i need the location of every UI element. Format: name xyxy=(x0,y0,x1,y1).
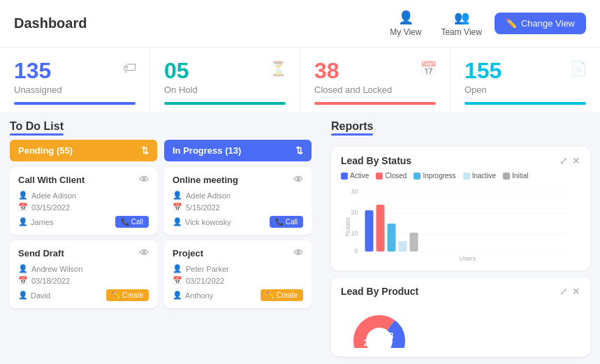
task-user: 👤 Adele Adison xyxy=(18,191,149,200)
inprogress-header: In Progress (13) ⇅ xyxy=(164,140,312,161)
legend-item-active: Active xyxy=(341,172,369,180)
user-icon: 👤 xyxy=(18,191,28,200)
chart-title: Lead By Status xyxy=(341,155,411,166)
svg-rect-12 xyxy=(399,241,407,252)
main-content: To Do List Pending (55) ⇅ Call With Clie… xyxy=(0,112,600,364)
calendar-icon: 📅 xyxy=(420,60,437,77)
change-view-button[interactable]: ✏️ Change View xyxy=(495,13,586,34)
stat-unassigned: 135 Unassigned 🏷 xyxy=(0,48,150,112)
stat-on-hold: 05 On Hold ⏳ xyxy=(150,48,300,112)
chart-legend: Active Closed Inprogress Inactive Initia… xyxy=(341,172,580,180)
task-assignee: 👤 Anthony xyxy=(173,291,213,300)
task-assignee: 👤 James xyxy=(18,217,53,226)
document-icon: 📄 xyxy=(570,60,587,77)
phone-icon: 📞 xyxy=(275,218,284,226)
header-actions: 👤 My View 👥 Team View ✏️ Change View xyxy=(383,7,586,40)
person-icon: 👤 xyxy=(398,10,414,25)
user-icon: 👤 xyxy=(173,191,182,200)
call-badge[interactable]: 📞 Call xyxy=(270,216,303,228)
task-card: Project 👁 👤 Peter Parker 📅 03/21/2022 👤 xyxy=(164,240,312,308)
my-view-button[interactable]: 👤 My View xyxy=(383,7,428,40)
sort-icon[interactable]: ⇅ xyxy=(295,145,303,156)
pencil-icon: ✏️ xyxy=(266,291,275,299)
user-icon: 👤 xyxy=(173,264,182,273)
task-footer: 👤 Vick kowosky 📞 Call xyxy=(173,216,303,228)
legend-dot xyxy=(463,173,470,180)
assignee-icon: 👤 xyxy=(18,217,28,226)
create-badge[interactable]: ✏️ Create xyxy=(106,289,149,301)
task-user: 👤 Peter Parker xyxy=(173,264,303,273)
task-assignee: 👤 Vick kowosky xyxy=(173,217,231,226)
sort-icon[interactable]: ⇅ xyxy=(141,145,149,156)
svg-text:10: 10 xyxy=(351,230,358,237)
legend-item-inactive: Inactive xyxy=(463,172,496,180)
svg-text:30: 30 xyxy=(351,188,358,195)
expand-button-product[interactable]: ⤢ xyxy=(559,286,568,297)
task-card: Send Draft 👁 👤 Andrew Wilson 📅 03/18/202… xyxy=(10,240,157,308)
stat-label-closed: Closed and Locked xyxy=(314,85,436,95)
chart-header-product: Lead By Product ⤢ ✕ xyxy=(341,286,580,297)
stat-label-open: Open xyxy=(464,85,586,95)
legend-dot xyxy=(503,173,510,180)
stats-row: 135 Unassigned 🏷 05 On Hold ⏳ 38 Closed … xyxy=(0,48,600,112)
stat-number-open: 155 xyxy=(464,59,586,83)
svg-text:20: 20 xyxy=(351,209,358,216)
stat-number-unassigned: 135 xyxy=(14,59,136,83)
todo-columns: Pending (55) ⇅ Call With Client 👁 👤 Adel… xyxy=(10,140,312,364)
page-title: Dashboard xyxy=(14,15,87,31)
task-date: 📅 03/21/2022 xyxy=(173,276,303,285)
svg-text:2: 2 xyxy=(364,338,369,348)
stat-number-on-hold: 05 xyxy=(164,59,286,83)
legend-item-initial: Initial xyxy=(503,172,528,180)
create-badge[interactable]: ✏️ Create xyxy=(261,289,303,301)
pencil-icon: ✏️ xyxy=(506,18,517,29)
svg-rect-13 xyxy=(410,233,418,252)
stat-bar-open xyxy=(464,102,586,105)
pending-column: Pending (55) ⇅ Call With Client 👁 👤 Adel… xyxy=(10,140,157,364)
svg-text:3: 3 xyxy=(389,331,394,341)
task-title: Online meeting 👁 xyxy=(173,174,303,185)
todo-title: To Do List xyxy=(10,120,64,133)
header: Dashboard 👤 My View 👥 Team View ✏️ Chang… xyxy=(0,0,600,48)
task-card: Online meeting 👁 👤 Adele Adison 📅 5/15/2… xyxy=(164,167,312,235)
task-date: 📅 5/15/2022 xyxy=(173,203,303,212)
chart-title-product: Lead By Product xyxy=(341,286,418,297)
donut-chart: 2 3 xyxy=(341,303,580,348)
close-button[interactable]: ✕ xyxy=(572,155,580,166)
stat-bar-closed xyxy=(314,102,436,105)
close-button-product[interactable]: ✕ xyxy=(572,286,580,297)
team-view-button[interactable]: 👥 Team View xyxy=(434,7,488,40)
donut-chart-svg: 2 3 xyxy=(341,303,418,348)
stat-label-on-hold: On Hold xyxy=(164,85,286,95)
user-icon: 👤 xyxy=(18,264,28,273)
svg-rect-10 xyxy=(376,205,385,252)
stat-number-closed: 38 xyxy=(314,59,436,83)
bar-chart: 30 20 10 0 Tickets xyxy=(341,185,580,262)
calendar-icon: 📅 xyxy=(18,276,28,285)
phone-icon: 📞 xyxy=(121,218,129,226)
tag-icon: 🏷 xyxy=(123,60,137,76)
chart-header: Lead By Status ⤢ ✕ xyxy=(341,155,580,166)
bar-chart-svg: 30 20 10 0 Tickets xyxy=(341,185,580,262)
pending-header: Pending (55) ⇅ xyxy=(10,140,157,161)
task-date: 📅 03/15/2022 xyxy=(18,203,149,212)
eye-icon[interactable]: 👁 xyxy=(139,174,149,185)
assignee-icon: 👤 xyxy=(173,291,182,300)
calendar-icon: 📅 xyxy=(173,203,182,212)
task-footer: 👤 Anthony ✏️ Create xyxy=(173,289,303,301)
stat-closed: 38 Closed and Locked 📅 xyxy=(300,48,451,112)
stat-open: 155 Open 📄 xyxy=(451,48,600,112)
calendar-icon: 📅 xyxy=(18,203,28,212)
task-date: 📅 03/18/2022 xyxy=(18,276,149,285)
todo-section: To Do List Pending (55) ⇅ Call With Clie… xyxy=(0,112,321,364)
eye-icon[interactable]: 👁 xyxy=(293,247,303,259)
expand-button[interactable]: ⤢ xyxy=(559,155,568,166)
eye-icon[interactable]: 👁 xyxy=(293,174,303,185)
svg-text:0: 0 xyxy=(354,247,358,254)
call-badge[interactable]: 📞 Call xyxy=(115,216,149,228)
legend-item-closed: Closed xyxy=(376,172,407,180)
chart-actions: ⤢ ✕ xyxy=(559,155,580,166)
stat-bar-on-hold xyxy=(164,102,286,105)
eye-icon[interactable]: 👁 xyxy=(139,247,149,259)
svg-text:Tickets: Tickets xyxy=(344,217,351,238)
